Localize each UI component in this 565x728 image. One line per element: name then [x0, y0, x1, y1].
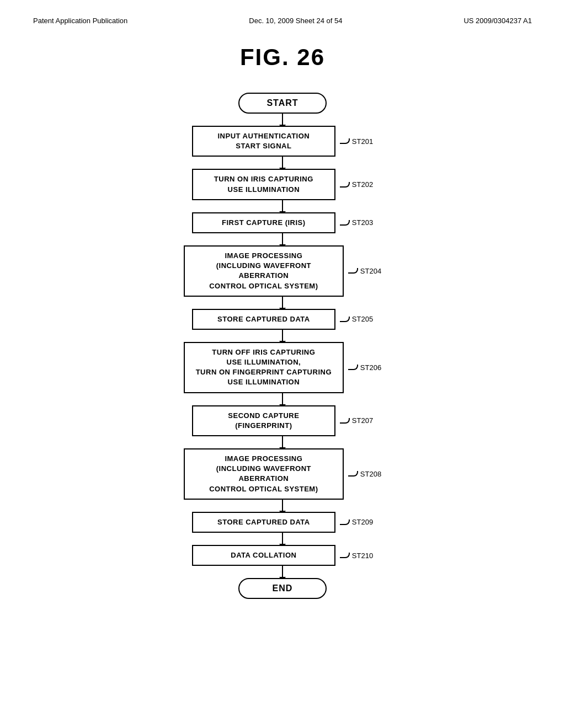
arrow-4 — [282, 297, 283, 309]
tag-ST208: ST208 — [348, 470, 381, 478]
rect-ST205: STORE CAPTURED DATA — [192, 309, 335, 330]
tag-ST204: ST204 — [348, 267, 381, 275]
tag-ST203: ST203 — [340, 218, 373, 227]
header-middle: Dec. 10, 2009 Sheet 24 of 54 — [249, 17, 342, 25]
step-ST203: FIRST CAPTURE (IRIS) ST203 — [192, 212, 373, 245]
rect-ST206: TURN OFF IRIS CAPTURINGUSE ILLUMINATION,… — [184, 342, 344, 393]
tag-ST210: ST210 — [340, 552, 373, 560]
arrow-7 — [282, 436, 283, 448]
rect-ST202: TURN ON IRIS CAPTURINGUSE ILLUMINATION — [192, 169, 335, 200]
step-ST206: TURN OFF IRIS CAPTURINGUSE ILLUMINATION,… — [184, 342, 381, 405]
end-oval: END — [238, 578, 327, 599]
step-ST209: STORE CAPTURED DATA ST209 — [192, 512, 373, 545]
step-ST208: IMAGE PROCESSING(INCLUDING WAVEFRONT ABE… — [184, 448, 381, 512]
step-ST202: TURN ON IRIS CAPTURINGUSE ILLUMINATION S… — [192, 169, 373, 212]
end-node: END — [238, 578, 327, 599]
step-ST204: IMAGE PROCESSING(INCLUDING WAVEFRONT ABE… — [184, 245, 381, 309]
start-node: START — [238, 93, 327, 126]
tag-ST201: ST201 — [340, 137, 373, 146]
step-ST207: SECOND CAPTURE(FINGERPRINT) ST207 — [192, 405, 373, 448]
arrow-1 — [282, 157, 283, 169]
header-left: Patent Application Publication — [33, 17, 127, 25]
rect-ST210: DATA COLLATION — [192, 545, 335, 566]
rect-ST201: INPUT AUTHENTICATIONSTART SIGNAL — [192, 126, 335, 157]
rect-ST203: FIRST CAPTURE (IRIS) — [192, 212, 335, 233]
arrow-2 — [282, 200, 283, 212]
arrow-10 — [282, 566, 283, 578]
step-ST205: STORE CAPTURED DATA ST205 — [192, 309, 373, 342]
header-right: US 2009/0304237 A1 — [463, 17, 532, 25]
rect-ST204: IMAGE PROCESSING(INCLUDING WAVEFRONT ABE… — [184, 245, 344, 297]
tag-ST202: ST202 — [340, 180, 373, 189]
arrow-0 — [282, 114, 283, 126]
start-oval: START — [238, 93, 327, 114]
tag-ST206: ST206 — [348, 363, 381, 372]
rect-ST207: SECOND CAPTURE(FINGERPRINT) — [192, 405, 335, 436]
rect-ST209: STORE CAPTURED DATA — [192, 512, 335, 533]
arrow-6 — [282, 393, 283, 405]
flowchart: START INPUT AUTHENTICATIONSTART SIGNAL S… — [33, 93, 532, 599]
tag-ST205: ST205 — [340, 315, 373, 323]
rect-ST208: IMAGE PROCESSING(INCLUDING WAVEFRONT ABE… — [184, 448, 344, 500]
arrow-5 — [282, 330, 283, 342]
page-header: Patent Application Publication Dec. 10, … — [33, 17, 532, 28]
tag-ST207: ST207 — [340, 416, 373, 425]
arrow-9 — [282, 533, 283, 545]
figure-title: FIG. 26 — [33, 44, 532, 71]
step-ST210: DATA COLLATION ST210 — [192, 545, 373, 578]
step-ST201: INPUT AUTHENTICATIONSTART SIGNAL ST201 — [192, 126, 373, 169]
arrow-3 — [282, 233, 283, 245]
page: Patent Application Publication Dec. 10, … — [0, 0, 565, 728]
tag-ST209: ST209 — [340, 518, 373, 526]
arrow-8 — [282, 500, 283, 512]
